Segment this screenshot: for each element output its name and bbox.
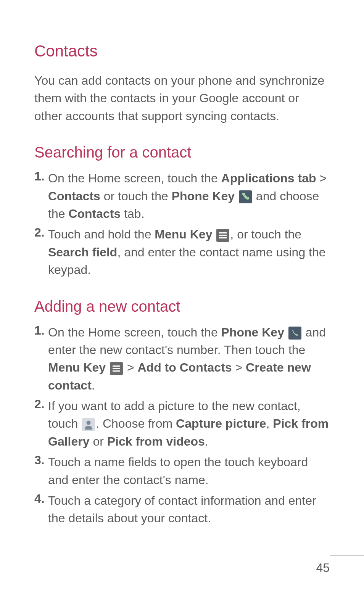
- step-text: If you want to add a picture to the new …: [48, 397, 330, 450]
- phone-key-icon: [239, 190, 252, 203]
- adding-heading: Adding a new contact: [34, 298, 330, 315]
- step-text: Touch a category of contact information …: [48, 492, 330, 527]
- step-text: On the Home screen, touch the Phone Key …: [48, 324, 330, 394]
- svg-rect-8: [113, 368, 120, 369]
- page-line: [330, 555, 364, 556]
- step-text: Touch a name fields to open the touch ke…: [48, 453, 330, 489]
- list-item: 2. Touch and hold the Menu Key , or touc…: [34, 225, 330, 278]
- step-number: 1.: [34, 169, 48, 222]
- svg-rect-9: [113, 370, 120, 372]
- list-item: 3. Touch a name fields to open the touch…: [34, 453, 330, 489]
- svg-rect-3: [219, 235, 227, 236]
- searching-heading: Searching for a contact: [34, 144, 330, 161]
- step-number: 2.: [34, 397, 48, 450]
- step-number: 4.: [34, 492, 48, 527]
- svg-rect-4: [219, 237, 227, 238]
- step-number: 1.: [34, 324, 48, 394]
- step-text: Touch and hold the Menu Key , or touch t…: [48, 225, 330, 278]
- menu-key-icon: [216, 229, 229, 242]
- page-number: 45: [316, 561, 330, 575]
- step-number: 3.: [34, 453, 48, 489]
- step-number: 2.: [34, 225, 48, 278]
- contacts-heading: Contacts: [34, 42, 330, 60]
- svg-rect-2: [219, 232, 227, 233]
- contacts-intro: You can add contacts on your phone and s…: [34, 72, 330, 125]
- list-item: 1. On the Home screen, touch the Phone K…: [34, 324, 330, 394]
- svg-rect-7: [113, 365, 120, 367]
- list-item: 1. On the Home screen, touch the Applica…: [34, 169, 330, 222]
- svg-point-11: [87, 421, 91, 425]
- phone-key-icon: [288, 327, 301, 340]
- menu-key-icon: [110, 362, 123, 375]
- svg-rect-5: [288, 327, 301, 340]
- list-item: 4. Touch a category of contact informati…: [34, 492, 330, 527]
- list-item: 2. If you want to add a picture to the n…: [34, 397, 330, 450]
- person-icon: [82, 418, 95, 431]
- step-text: On the Home screen, touch the Applicatio…: [48, 169, 330, 222]
